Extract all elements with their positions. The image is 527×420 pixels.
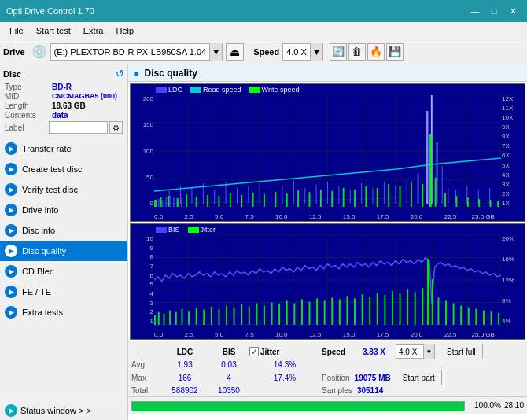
drive-label: Drive — [3, 47, 25, 57]
svg-rect-106 — [164, 314, 165, 325]
svg-rect-88 — [497, 201, 499, 207]
speed-value: 4.0 X — [283, 47, 310, 57]
start-full-button[interactable]: Start full — [440, 344, 483, 359]
maximize-button[interactable]: □ — [486, 3, 502, 19]
svg-rect-135 — [377, 293, 378, 325]
stats-avg-row: Avg 1.93 0.03 14.3% — [131, 360, 524, 369]
disc-info-label: Disc info — [22, 226, 55, 235]
menu-help[interactable]: Help — [109, 24, 140, 37]
svg-rect-65 — [252, 193, 254, 207]
svg-rect-130 — [339, 299, 341, 325]
drive-dropdown[interactable]: (E:) PLEXTOR BD-R PX-LB950SA 1.04 ▼ — [50, 43, 223, 61]
total-ldc: 588902 — [161, 386, 208, 395]
svg-rect-111 — [196, 308, 197, 325]
avg-bis: 0.03 — [210, 360, 248, 369]
eject-icon[interactable]: ⏏ — [226, 43, 244, 61]
transfer-rate-icon: ▶ — [5, 142, 17, 155]
disc-mid-label: MID — [5, 92, 52, 101]
sidebar-item-cd-bler[interactable]: ▶ CD Bler — [0, 261, 127, 282]
disc-mid-value: CMCMAGBA5 (000) — [52, 92, 117, 101]
drive-info-label: Drive info — [22, 205, 58, 215]
svg-rect-147 — [460, 306, 462, 325]
svg-rect-60 — [196, 197, 197, 207]
content-area: ● Disc quality LDC Read speed Write spee… — [128, 64, 527, 420]
bottom-chart-svg — [154, 235, 501, 325]
stats-max-row: Max 166 4 17.4% Position 19075 MB Start … — [131, 370, 524, 385]
svg-rect-151 — [491, 311, 492, 325]
svg-rect-119 — [256, 304, 257, 325]
svg-rect-76 — [377, 188, 378, 207]
sidebar-item-transfer-rate[interactable]: ▶ Transfer rate — [0, 138, 127, 159]
sidebar-item-fe-te[interactable]: ▶ FE / TE — [0, 282, 127, 302]
disc-label-btn[interactable]: ⚙ — [109, 121, 123, 134]
sidebar-item-disc-quality[interactable]: ▶ Disc quality — [0, 241, 127, 261]
svg-rect-117 — [241, 304, 242, 325]
speed-dropdown-arrow[interactable]: ▼ — [310, 43, 322, 61]
minimize-button[interactable]: — — [467, 3, 483, 19]
svg-rect-59 — [186, 194, 187, 207]
speed-stat-dropdown[interactable]: 4.0 X ▼ — [396, 344, 435, 359]
legend-jitter-color — [188, 227, 199, 233]
svg-rect-82 — [435, 178, 437, 207]
verify-test-disc-label: Verify test disc — [22, 185, 78, 194]
jitter-header: Jitter — [260, 348, 279, 356]
menu-start-test[interactable]: Start test — [30, 24, 77, 37]
status-window-button[interactable]: ▶ Status window > > — [0, 400, 127, 420]
speed-dropdown[interactable]: 4.0 X ▼ — [282, 43, 323, 61]
verify-test-disc-icon: ▶ — [5, 183, 17, 196]
svg-rect-108 — [175, 312, 177, 325]
save-icon[interactable]: 💾 — [386, 43, 404, 61]
disc-refresh-icon[interactable]: ↺ — [116, 68, 124, 79]
svg-rect-116 — [234, 308, 235, 325]
svg-rect-139 — [407, 289, 408, 325]
legend-read-speed: Read speed — [190, 86, 241, 94]
svg-rect-16 — [158, 199, 160, 207]
menu-file[interactable]: File — [3, 24, 30, 37]
erase-icon[interactable]: 🗑 — [348, 43, 366, 61]
menu-extra[interactable]: Extra — [77, 24, 110, 37]
sidebar-item-verify-test-disc[interactable]: ▶ Verify test disc — [0, 179, 127, 200]
svg-rect-64 — [241, 195, 242, 207]
avg-jitter: 14.3% — [249, 360, 320, 369]
sidebar-item-extra-tests[interactable]: ▶ Extra tests — [0, 302, 127, 322]
samples-value: 305114 — [357, 386, 383, 395]
sidebar-item-disc-info[interactable]: ▶ Disc info — [0, 220, 127, 241]
drive-info-icon: ▶ — [5, 204, 17, 216]
disc-label-input[interactable] — [49, 121, 108, 134]
svg-rect-122 — [278, 304, 280, 325]
speed-dropdown-arrow[interactable]: ▼ — [423, 344, 434, 359]
burn-icon[interactable]: 🔥 — [367, 43, 385, 61]
svg-rect-127 — [316, 298, 318, 325]
svg-rect-72 — [331, 191, 333, 207]
jitter-checkbox[interactable]: ✓ — [249, 347, 259, 356]
svg-rect-62 — [218, 196, 219, 207]
create-test-disc-icon: ▶ — [5, 163, 17, 175]
svg-rect-144 — [437, 297, 439, 325]
svg-rect-141 — [422, 288, 423, 325]
close-button[interactable]: ✕ — [505, 3, 521, 19]
sidebar-item-drive-info[interactable]: ▶ Drive info — [0, 200, 127, 220]
sidebar: Disc ↺ Type BD-R MID CMCMAGBA5 (000) Len… — [0, 64, 128, 420]
menubar: File Start test Extra Help — [0, 22, 527, 39]
svg-rect-71 — [320, 190, 322, 207]
sidebar-item-create-test-disc[interactable]: ▶ Create test disc — [0, 159, 127, 179]
svg-rect-84 — [455, 196, 457, 207]
position-label: Position — [322, 374, 350, 382]
disc-section-label: Disc — [3, 69, 21, 79]
disc-type-label: Type — [5, 83, 52, 91]
disc-quality-header-icon: ● — [133, 67, 139, 79]
svg-rect-118 — [249, 307, 250, 325]
start-part-button[interactable]: Start part — [396, 370, 442, 385]
disc-length-label: Length — [5, 101, 52, 110]
svg-rect-114 — [218, 309, 219, 325]
svg-rect-57 — [168, 196, 169, 207]
refresh-icon[interactable]: 🔄 — [330, 43, 347, 61]
legend-read-label: Read speed — [203, 86, 241, 94]
svg-rect-113 — [211, 307, 212, 325]
progress-track — [131, 401, 465, 411]
bottom-chart-legend: BIS Jitter — [156, 226, 216, 234]
jitter-header-container: ✓ Jitter — [249, 347, 320, 356]
svg-rect-109 — [182, 309, 183, 325]
svg-rect-55 — [154, 200, 157, 207]
drive-dropdown-arrow[interactable]: ▼ — [209, 43, 222, 61]
